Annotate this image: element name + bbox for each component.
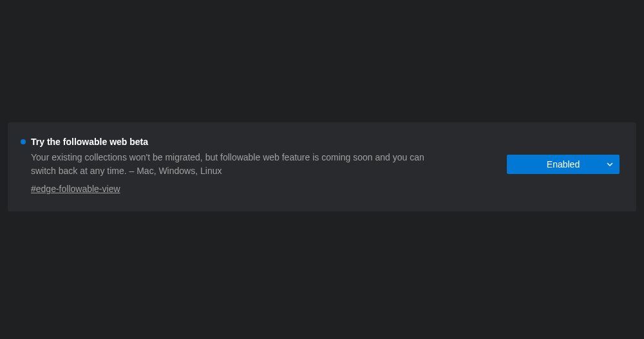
flag-title: Try the followable web beta xyxy=(31,137,148,147)
flag-title-row: Try the followable web beta xyxy=(21,137,471,147)
enabled-dropdown[interactable]: Enabled xyxy=(507,155,620,174)
flag-content: Try the followable web beta Your existin… xyxy=(21,137,471,195)
dropdown-label: Enabled xyxy=(547,159,580,170)
flag-anchor-link[interactable]: #edge-followable-view xyxy=(31,184,120,194)
flag-control: Enabled xyxy=(507,137,623,174)
chevron-down-icon xyxy=(607,161,613,168)
indicator-dot-icon xyxy=(21,139,26,144)
flag-card: Try the followable web beta Your existin… xyxy=(8,122,636,211)
flag-description: Your existing collections won't be migra… xyxy=(31,151,450,178)
